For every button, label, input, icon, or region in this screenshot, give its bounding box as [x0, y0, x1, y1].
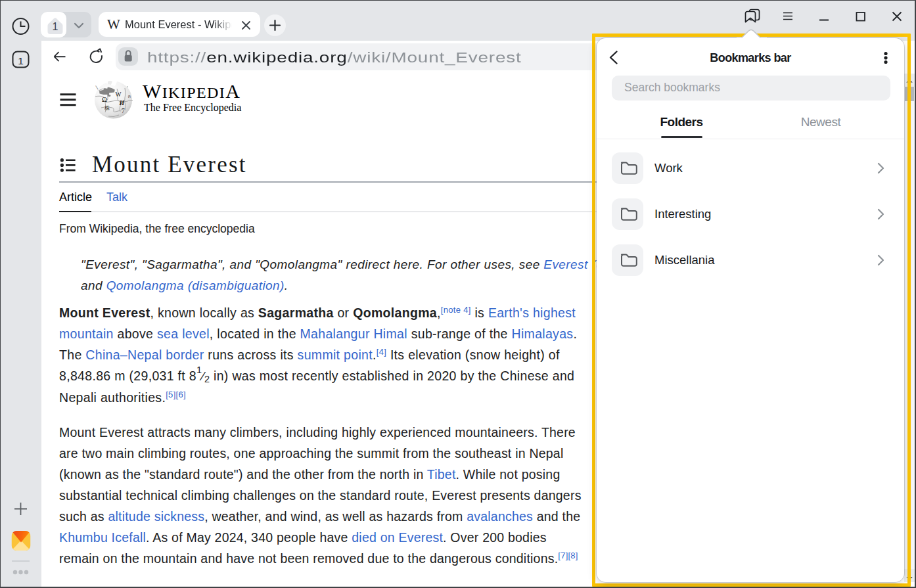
- svg-text:1: 1: [18, 55, 24, 66]
- svg-text:1: 1: [53, 21, 58, 32]
- svg-text:株: 株: [104, 105, 110, 111]
- svg-text:7: 7: [122, 108, 125, 114]
- svg-text:أ: أ: [95, 85, 99, 91]
- svg-text:W: W: [116, 91, 122, 98]
- svg-text:י: י: [127, 85, 128, 89]
- svg-text:Ω: Ω: [102, 96, 107, 103]
- svg-text:ค: ค: [128, 94, 131, 99]
- svg-text:И: И: [119, 99, 126, 106]
